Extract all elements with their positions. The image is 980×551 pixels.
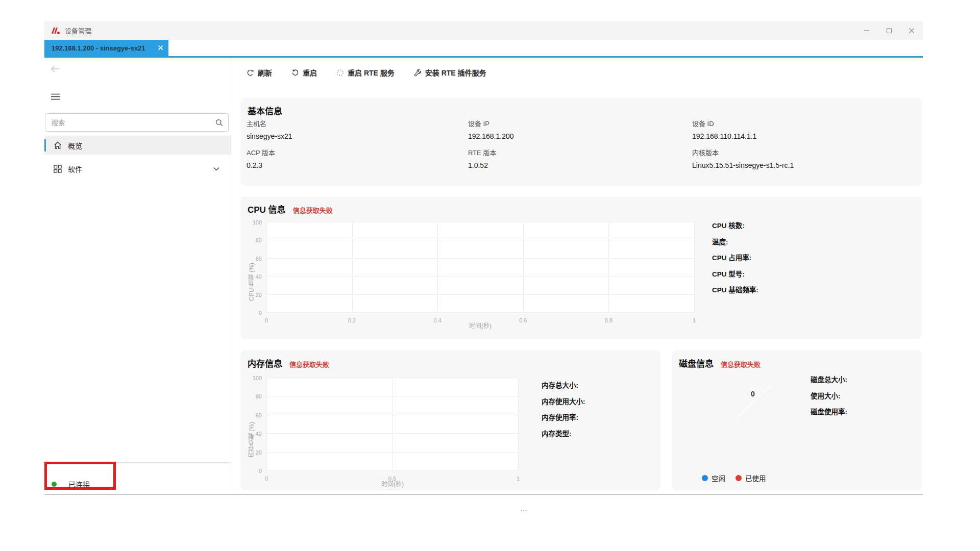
- back-arrow-icon[interactable]: [50, 63, 61, 74]
- y-tick-label: 100: [253, 375, 262, 381]
- app-logo-icon: [50, 27, 61, 35]
- y-tick-label: 100: [253, 219, 262, 226]
- sidebar-search: [45, 113, 229, 132]
- legend-item-idle: 空闲: [702, 473, 725, 483]
- pie-zero-value: 0: [751, 390, 755, 398]
- cpu-x-axis-label: 时间(秒): [469, 321, 492, 330]
- grid-icon: [54, 165, 62, 173]
- refresh-button[interactable]: 刷新: [247, 67, 272, 78]
- memory-usage-label: 内存使用率:: [542, 412, 585, 428]
- sidebar-item-software[interactable]: 软件: [44, 159, 231, 178]
- x-tick-label: 0: [265, 317, 268, 323]
- y-gridline: [266, 415, 518, 415]
- cpu-info-title: CPU 信息: [248, 203, 286, 215]
- y-gridline: [266, 222, 694, 222]
- disk-fetch-error: 信息获取失败: [721, 359, 761, 369]
- home-icon: [54, 141, 62, 149]
- memory-fetch-error: 信息获取失败: [289, 359, 329, 369]
- x-tick-label: 0.8: [605, 317, 612, 323]
- cpu-fetch-error: 信息获取失败: [293, 205, 333, 215]
- memory-stats: 内存总大小: 内存使用大小: 内存使用率: 内存类型:: [542, 380, 585, 444]
- maximize-button[interactable]: [878, 21, 900, 40]
- install-rte-plugin-button[interactable]: 安装 RTE 插件服务: [414, 67, 486, 78]
- basic-info-title: 基本信息: [248, 104, 282, 117]
- restart-rte-service-label: 重启 RTE 服务: [348, 67, 395, 78]
- tab-bar: 192.168.1.200 - sinsegye-sx21: [44, 40, 923, 56]
- y-gridline: [266, 258, 694, 259]
- y-tick-label: 40: [256, 431, 262, 437]
- y-tick-label: 60: [256, 412, 262, 418]
- device-tab-label: 192.168.1.200 - sinsegye-sx21: [52, 44, 145, 52]
- resize-handle-dots[interactable]: ⋯: [517, 507, 532, 514]
- y-gridline: [266, 396, 518, 396]
- minimize-button[interactable]: [855, 21, 878, 40]
- y-tick-label: 20: [256, 292, 262, 298]
- memory-info-title: 内存信息: [248, 357, 282, 369]
- memory-type-label: 内存类型:: [542, 428, 585, 444]
- basic-info-grid: 主机名 sinsegye-sx21 设备 IP 192.168.1.200 设备…: [247, 118, 910, 169]
- restart-rte-service-button[interactable]: 重启 RTE 服务: [336, 67, 395, 78]
- x-gridline: [518, 378, 519, 471]
- x-tick-label: 0.2: [348, 317, 356, 323]
- screen: 设备管理 192.168.1.200 - sinsegye-sx21: [0, 0, 980, 551]
- restart-button[interactable]: 重启: [291, 67, 317, 78]
- memory-x-axis-label: 时间(秒): [381, 479, 404, 488]
- disk-info-card: 磁盘信息 信息获取失败 0 磁盘总大小: 使用大小: 磁盘使用率: 空闲 已使用: [672, 350, 921, 489]
- cpu-y-axis-label: CPU 负载 (%): [247, 235, 256, 301]
- sidebar-divider: [231, 58, 231, 494]
- cpu-cores-label: CPU 核数:: [712, 220, 758, 236]
- cpu-info-card: CPU 信息 信息获取失败 CPU 负载 (%) 00.20.40.60.810…: [241, 196, 921, 338]
- search-input[interactable]: [51, 118, 215, 127]
- close-button[interactable]: [900, 21, 923, 40]
- y-gridline: [266, 294, 694, 295]
- disk-info-title: 磁盘信息: [679, 357, 714, 369]
- field-acp-version: ACP 版本 0.2.3: [247, 147, 468, 169]
- hamburger-menu-icon[interactable]: [50, 91, 61, 102]
- x-gridline: [393, 378, 393, 471]
- app-window: 设备管理 192.168.1.200 - sinsegye-sx21: [44, 21, 923, 495]
- connected-dot-icon: [52, 482, 57, 487]
- chevron-down-icon[interactable]: [213, 167, 219, 171]
- cpu-stats: CPU 核数: 温度: CPU 占用率: CPU 型号: CPU 基础频率:: [712, 220, 758, 300]
- install-rte-plugin-label: 安装 RTE 插件服务: [425, 67, 486, 78]
- disk-legend: 空闲 已使用: [702, 473, 766, 483]
- y-gridline: [266, 470, 518, 471]
- field-hostname: 主机名 sinsegye-sx21: [247, 118, 468, 140]
- x-tick-label: 1: [693, 317, 696, 323]
- toolbar: 刷新 重启 重启 RTE 服务 安装 RTE 插件服务: [231, 58, 923, 87]
- idle-dot-icon: [702, 475, 708, 481]
- x-tick-label: 1: [517, 475, 520, 482]
- x-gridline: [694, 222, 695, 313]
- y-gridline: [266, 312, 694, 313]
- x-gridline: [437, 222, 438, 313]
- basic-info-card: 基本信息 主机名 sinsegye-sx21 设备 IP 192.168.1.2…: [241, 98, 921, 185]
- device-tab[interactable]: 192.168.1.200 - sinsegye-sx21: [44, 40, 168, 56]
- y-tick-label: 80: [256, 393, 262, 399]
- y-gridline: [266, 240, 694, 240]
- tab-close-icon[interactable]: [158, 45, 163, 52]
- field-kernel-version: 内核版本 Linux5.15.51-sinsegye-s1.5-rc.1: [692, 147, 910, 169]
- sidebar-item-overview[interactable]: 概览: [44, 136, 231, 155]
- disk-stats: 磁盘总大小: 使用大小: 磁盘使用率:: [811, 374, 847, 422]
- field-device-id: 设备 ID 192.168.110.114.1.1: [692, 118, 910, 140]
- x-tick-label: 0.6: [519, 317, 527, 323]
- cpu-model-label: CPU 型号:: [712, 268, 758, 285]
- y-tick-label: 60: [256, 256, 262, 262]
- window-controls: [855, 21, 923, 40]
- y-tick-label: 80: [256, 237, 262, 243]
- memory-y-axis-label: 内存负载 (%): [247, 391, 256, 458]
- y-gridline: [266, 433, 518, 434]
- cpu-temp-label: 温度:: [712, 236, 758, 253]
- connection-status-label: 已连接: [68, 479, 90, 489]
- sidebar-footer-divider: [44, 462, 231, 463]
- y-tick-label: 40: [256, 273, 262, 280]
- memory-total-label: 内存总大小:: [542, 380, 585, 396]
- cpu-usage-label: CPU 占用率:: [712, 252, 758, 268]
- connection-status: 已连接: [44, 474, 146, 494]
- x-gridline: [608, 222, 609, 313]
- x-gridline: [523, 222, 524, 313]
- y-gridline: [266, 276, 694, 277]
- refresh-label: 刷新: [258, 67, 272, 78]
- y-gridline: [266, 378, 518, 378]
- x-gridline: [352, 222, 353, 313]
